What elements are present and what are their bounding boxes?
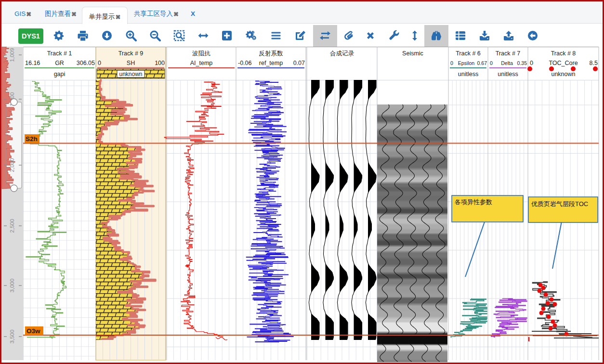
svg-text:AI_temp: AI_temp — [190, 60, 213, 66]
svg-text:优质页岩气层段TOC: 优质页岩气层段TOC — [531, 200, 588, 208]
svg-text:2,000: 2,000 — [9, 158, 15, 172]
svg-text:306.05: 306.05 — [77, 60, 95, 66]
svg-text:unknown: unknown — [119, 71, 142, 78]
svg-text:Delta: Delta — [501, 60, 513, 66]
svg-text:-0.06: -0.06 — [238, 60, 252, 66]
svg-text:0.67: 0.67 — [477, 60, 487, 66]
svg-text:TOC_Core: TOC_Core — [549, 60, 578, 66]
svg-text:各项异性参数: 各项异性参数 — [455, 198, 492, 206]
svg-text:Seismic: Seismic — [402, 50, 423, 57]
svg-text:ref_temp: ref_temp — [259, 60, 283, 66]
svg-text:3,500: 3,500 — [9, 330, 15, 344]
svg-text:gapi: gapi — [54, 71, 66, 78]
svg-text:0: 0 — [490, 60, 493, 66]
svg-text:100: 100 — [155, 60, 165, 66]
svg-text:0: 0 — [98, 60, 101, 66]
svg-text:3,000: 3,000 — [9, 279, 15, 293]
svg-text:GR: GR — [55, 60, 64, 66]
svg-text:16.16: 16.16 — [25, 60, 40, 66]
svg-text:unitless: unitless — [498, 71, 518, 78]
svg-text:S2h: S2h — [26, 135, 38, 143]
svg-text:Track # 6: Track # 6 — [456, 50, 481, 57]
svg-text:Track # 9: Track # 9 — [118, 50, 144, 57]
svg-text:Track # 1: Track # 1 — [47, 50, 72, 57]
svg-text:反射系数: 反射系数 — [259, 50, 284, 57]
svg-text:0.35: 0.35 — [517, 60, 527, 66]
svg-text:0: 0 — [530, 60, 533, 66]
svg-text:0: 0 — [450, 60, 453, 66]
svg-text:8.5: 8.5 — [590, 60, 598, 66]
svg-text:unitless: unitless — [458, 71, 478, 78]
svg-text:SH: SH — [127, 60, 135, 66]
svg-text:Epsilon: Epsilon — [458, 60, 475, 66]
svg-text:合成记录: 合成记录 — [329, 50, 355, 57]
svg-text:2,500: 2,500 — [9, 219, 15, 233]
svg-text:Track # 7: Track # 7 — [496, 50, 521, 57]
svg-text:0.07: 0.07 — [293, 60, 305, 66]
svg-text:O3w: O3w — [26, 327, 40, 335]
svg-text:波阻抗: 波阻抗 — [192, 50, 210, 57]
svg-text:Track # 8: Track # 8 — [551, 50, 576, 57]
svg-text:1,009: 1,009 — [9, 48, 15, 62]
svg-text:unknown: unknown — [551, 71, 575, 78]
